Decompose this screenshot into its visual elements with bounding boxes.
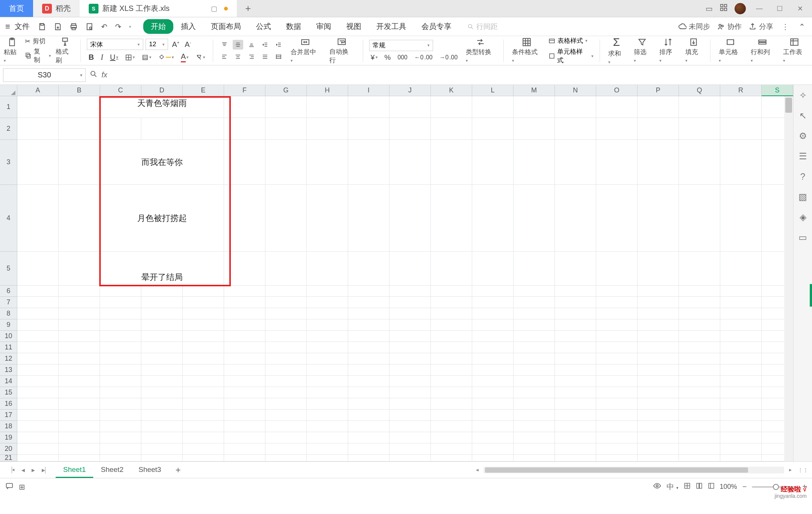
cell[interactable]	[348, 398, 389, 410]
row-header-9[interactable]: 9	[0, 319, 17, 331]
cell[interactable]	[17, 118, 59, 140]
row-header-5[interactable]: 5	[0, 252, 17, 286]
cell[interactable]	[100, 342, 141, 353]
cell[interactable]	[472, 432, 514, 443]
cell[interactable]	[638, 353, 679, 364]
row-header-18[interactable]: 18	[0, 421, 17, 432]
cell[interactable]	[472, 252, 514, 286]
cell[interactable]	[59, 353, 100, 364]
cell[interactable]	[555, 398, 596, 410]
sum-button[interactable]: Σ求和 ▾	[606, 36, 627, 65]
decrease-font-icon[interactable]: A-	[183, 40, 192, 49]
tab-current-file[interactable]: S 新建 XLS 工作表.xls ▢	[80, 0, 237, 17]
cell[interactable]	[307, 376, 348, 387]
cell[interactable]	[679, 185, 720, 252]
cell[interactable]	[720, 286, 762, 297]
cell[interactable]	[431, 308, 472, 319]
cell[interactable]	[596, 387, 638, 398]
cell[interactable]	[720, 353, 762, 364]
cell[interactable]	[389, 455, 431, 461]
cell[interactable]	[679, 319, 720, 331]
cell[interactable]	[59, 387, 100, 398]
cell[interactable]	[100, 319, 141, 331]
cell[interactable]	[348, 432, 389, 443]
row-header-20[interactable]: 20	[0, 443, 17, 455]
cell[interactable]	[17, 342, 59, 353]
align-right-icon[interactable]	[246, 52, 257, 62]
cell[interactable]	[555, 331, 596, 342]
cell[interactable]	[224, 286, 265, 297]
cell[interactable]	[679, 455, 720, 461]
cell[interactable]	[100, 432, 141, 443]
cells-button[interactable]: 单元格 ▾	[717, 37, 744, 64]
cell[interactable]	[307, 421, 348, 432]
sheet-tab-Sheet2[interactable]: Sheet2	[93, 462, 131, 478]
cell[interactable]	[555, 252, 596, 286]
cell[interactable]	[472, 331, 514, 342]
row-header-6[interactable]: 6	[0, 286, 17, 297]
cell[interactable]	[389, 398, 431, 410]
cell[interactable]	[307, 387, 348, 398]
wrap-text-button[interactable]: 自动换行	[327, 37, 357, 65]
cell[interactable]	[679, 398, 720, 410]
cell[interactable]	[431, 286, 472, 297]
sheet-first-icon[interactable]: ⎹◂	[4, 466, 17, 474]
side-settings-icon[interactable]: ⚙	[799, 131, 807, 141]
cell[interactable]	[389, 297, 431, 308]
cell[interactable]	[596, 140, 638, 185]
cell[interactable]	[265, 118, 307, 140]
merged-cell[interactable]: 晕开了结局	[100, 252, 224, 286]
cell[interactable]	[307, 286, 348, 297]
sheet-tab-Sheet3[interactable]: Sheet3	[131, 462, 168, 478]
cell[interactable]	[307, 140, 348, 185]
col-header-K[interactable]: K	[431, 85, 472, 96]
fill-pattern-button[interactable]: ▾	[140, 54, 153, 61]
cell[interactable]	[348, 308, 389, 319]
cell[interactable]	[17, 364, 59, 376]
underline-button[interactable]: U▾	[109, 53, 120, 62]
avatar[interactable]	[735, 3, 746, 14]
row-header-21[interactable]: 21	[0, 455, 17, 461]
cell[interactable]	[224, 432, 265, 443]
col-header-S[interactable]: S	[762, 85, 793, 96]
menu-tab-2[interactable]: 页面布局	[203, 18, 248, 35]
fill-button[interactable]: 填充 ▾	[683, 37, 704, 64]
cell[interactable]	[348, 353, 389, 364]
cell[interactable]	[183, 353, 224, 364]
cell[interactable]	[596, 286, 638, 297]
cell[interactable]	[17, 443, 59, 455]
row-header-12[interactable]: 12	[0, 353, 17, 364]
side-properties-icon[interactable]: ☰	[799, 151, 807, 162]
cell[interactable]	[265, 252, 307, 286]
cell[interactable]	[638, 387, 679, 398]
row-header-3[interactable]: 3	[0, 140, 17, 185]
conditional-format-button[interactable]: 条件格式 ▾	[510, 37, 544, 64]
cell[interactable]	[514, 185, 555, 252]
cell[interactable]	[141, 364, 183, 376]
cell[interactable]	[348, 376, 389, 387]
cell[interactable]	[17, 96, 59, 118]
cell[interactable]	[59, 286, 100, 297]
cell[interactable]	[17, 140, 59, 185]
cell[interactable]	[514, 140, 555, 185]
cell[interactable]	[679, 376, 720, 387]
view-normal-icon[interactable]	[684, 482, 691, 491]
cell[interactable]	[265, 342, 307, 353]
cell[interactable]	[224, 398, 265, 410]
cell[interactable]	[596, 96, 638, 118]
cell[interactable]	[638, 455, 679, 461]
cell[interactable]	[720, 443, 762, 455]
row-header-14[interactable]: 14	[0, 376, 17, 387]
cell[interactable]	[431, 376, 472, 387]
cell[interactable]	[265, 297, 307, 308]
cell[interactable]	[100, 443, 141, 455]
cell[interactable]	[555, 455, 596, 461]
cell[interactable]	[389, 331, 431, 342]
row-header-15[interactable]: 15	[0, 387, 17, 398]
cell[interactable]	[389, 286, 431, 297]
cell[interactable]	[307, 364, 348, 376]
cell[interactable]	[100, 376, 141, 387]
collapse-ribbon-icon[interactable]: ⌃	[797, 22, 807, 31]
cell[interactable]	[514, 410, 555, 421]
cell[interactable]	[514, 353, 555, 364]
